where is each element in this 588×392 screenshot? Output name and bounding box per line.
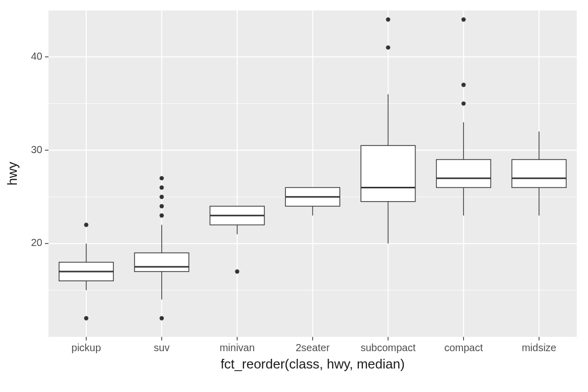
outlier-point — [461, 17, 465, 21]
outlier-point — [160, 204, 164, 208]
y-tick-label: 20 — [31, 237, 42, 248]
y-tick-label: 40 — [31, 51, 42, 62]
y-tick-label: 30 — [31, 144, 42, 155]
x-tick-label: subcompact — [360, 342, 415, 353]
outlier-point — [160, 316, 164, 320]
x-tick-label: pickup — [71, 342, 101, 353]
outlier-point — [235, 270, 239, 274]
box-rect — [135, 253, 189, 272]
outlier-point — [160, 176, 164, 180]
outlier-point — [160, 185, 164, 189]
box-rect — [361, 145, 415, 202]
chart-svg: 203040pickupsuvminivan2seatersubcompactc… — [0, 0, 588, 392]
outlier-point — [461, 83, 465, 87]
x-tick-label: suv — [154, 342, 169, 353]
boxplot-chart: 203040pickupsuvminivan2seatersubcompactc… — [0, 0, 588, 392]
outlier-point — [461, 102, 465, 106]
box-rect — [512, 160, 566, 188]
outlier-point — [386, 45, 390, 50]
outlier-point — [386, 17, 390, 21]
outlier-point — [160, 195, 164, 199]
x-tick-label: compact — [444, 342, 483, 353]
x-tick-label: minivan — [219, 342, 255, 353]
x-tick-label: midsize — [522, 342, 556, 353]
x-axis-title: fct_reorder(class, hwy, median) — [220, 356, 405, 372]
box-rect — [436, 160, 491, 188]
x-tick-label: 2seater — [296, 342, 330, 353]
y-axis-title: hwy — [5, 162, 20, 185]
outlier-point — [160, 213, 164, 217]
outlier-point — [84, 316, 88, 320]
outlier-point — [84, 223, 88, 227]
